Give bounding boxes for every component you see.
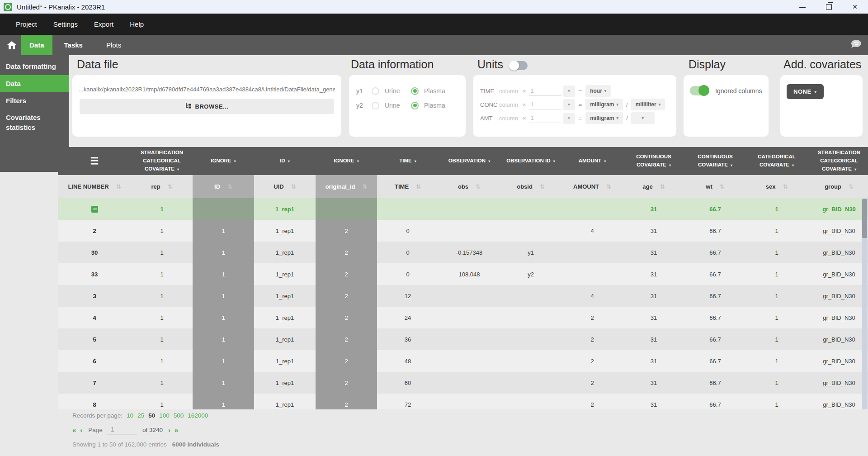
conc-denominator-unit-select[interactable]: milliliter▾ [631, 99, 665, 110]
table-menu-button[interactable]: ☰ [58, 147, 131, 175]
add-covariates-none-button[interactable]: NONE▾ [787, 84, 824, 99]
close-button[interactable]: ✕ [842, 0, 868, 14]
sort-icon[interactable]: ⇅ [660, 183, 665, 190]
column-role-header-original_id[interactable]: IGNORE ▾ [316, 147, 377, 175]
column-name-header-ID[interactable]: ID⇅ [193, 175, 254, 198]
page-number-input[interactable] [107, 425, 137, 435]
column-role-header-obs[interactable]: OBSERVATION ▾ [439, 147, 500, 175]
column-role-header-age[interactable]: CONTINUOUS COVARIATE ▾ [623, 147, 684, 175]
records-option-50[interactable]: 50 [148, 412, 155, 419]
sort-icon[interactable]: ⇅ [362, 183, 367, 190]
comment-bubble-icon[interactable] [850, 39, 862, 51]
column-name-header-original_id[interactable]: original_id⇅ [316, 175, 377, 198]
minimize-button[interactable]: — [789, 0, 816, 14]
table-row[interactable]: 11_rep13166.71gr_BID_N30 [58, 198, 868, 220]
tab-data[interactable]: Data [21, 35, 52, 55]
column-name-header-obs[interactable]: obs⇅ [439, 175, 500, 198]
column-name-header-TIME[interactable]: TIME⇅ [377, 175, 439, 198]
table-row[interactable]: 6111_rep124823166.71gr_BID_N30 [58, 350, 868, 372]
column-name-header-sex[interactable]: sex⇅ [746, 175, 807, 198]
sort-icon[interactable]: ⇅ [116, 183, 121, 190]
conc-multiplier-input[interactable]: 1 [529, 100, 561, 109]
first-page-icon[interactable]: « [72, 426, 76, 434]
collapse-row-icon[interactable] [91, 206, 98, 213]
sort-icon[interactable]: ⇅ [291, 183, 296, 190]
column-name-header-group[interactable]: group⇅ [807, 175, 868, 198]
menu-export[interactable]: Export [94, 20, 113, 28]
column-name-header-age[interactable]: age⇅ [623, 175, 684, 198]
time-multiplier-input[interactable]: 1 [529, 86, 561, 96]
amt-denominator-unit-select[interactable]: ▾ [631, 112, 655, 124]
records-option-500[interactable]: 500 [174, 412, 184, 419]
records-option-25[interactable]: 25 [137, 412, 144, 419]
previous-page-icon[interactable]: ‹ [80, 426, 82, 434]
y1-plasma-radio[interactable] [411, 87, 419, 95]
column-role-header-UID[interactable]: ID ▾ [254, 147, 316, 175]
amt-multiplier-dropdown[interactable]: ▾ [563, 113, 575, 124]
menu-settings[interactable]: Settings [53, 20, 78, 28]
scrollbar-thumb[interactable] [862, 199, 867, 238]
last-page-icon[interactable]: » [175, 426, 178, 434]
column-name-header-rep[interactable]: rep⇅ [131, 175, 193, 198]
sidebar-item-covariates-statistics[interactable]: Covariates statistics [0, 109, 51, 136]
records-option-162000[interactable]: 162000 [188, 412, 208, 419]
table-row[interactable]: 4111_rep122423166.71gr_BID_N30 [58, 307, 868, 328]
restore-button[interactable] [816, 0, 842, 14]
time-multiplier-dropdown[interactable]: ▾ [563, 86, 575, 97]
column-name-header-LINE NUMBER[interactable]: LINE NUMBER⇅ [58, 175, 131, 198]
amt-numerator-unit-select[interactable]: milligram▾ [585, 112, 623, 124]
sort-icon[interactable]: ⇅ [849, 183, 854, 190]
sidebar-item-data-formatting[interactable]: Data formatting [0, 58, 69, 75]
table-row[interactable]: 5111_rep123623166.71gr_BID_N30 [58, 328, 868, 350]
table-row[interactable]: 2111_rep12043166.71gr_BID_N30 [58, 220, 868, 242]
conc-numerator-unit-select[interactable]: milligram▾ [585, 99, 623, 110]
column-role-header-rep[interactable]: STRATIFICATION CATEGORICAL COVARIATE ▾ [131, 147, 193, 175]
sort-icon[interactable]: ⇅ [720, 183, 725, 190]
column-role-header-AMOUNT[interactable]: AMOUNT ▾ [561, 147, 623, 175]
tab-plots[interactable]: Plots [98, 35, 129, 55]
sort-icon[interactable]: ⇅ [416, 183, 421, 190]
units-toggle[interactable] [509, 61, 528, 70]
sort-icon[interactable]: ⇅ [476, 183, 481, 190]
y1-urine-radio[interactable] [372, 87, 379, 95]
time-unit-select[interactable]: hour▾ [585, 85, 611, 97]
column-role-header-wt[interactable]: CONTINUOUS COVARIATE ▾ [684, 147, 746, 175]
menu-project[interactable]: Project [16, 20, 37, 28]
column-role-header-sex[interactable]: CATEGORICAL COVARIATE ▾ [746, 147, 807, 175]
ignored-columns-toggle[interactable] [690, 86, 709, 95]
menu-help[interactable]: Help [130, 20, 144, 28]
tab-tasks[interactable]: Tasks [56, 35, 91, 55]
sidebar-item-data[interactable]: Data [0, 75, 69, 92]
column-role-header-ID[interactable]: IGNORE ▾ [193, 147, 254, 175]
sidebar-item-filters[interactable]: Filters [0, 92, 69, 109]
column-role-header-obsid[interactable]: OBSERVATION ID ▾ [500, 147, 561, 175]
sort-icon[interactable]: ⇅ [606, 183, 611, 190]
conc-column-select[interactable]: column [499, 101, 523, 108]
column-name-header-obsid[interactable]: obsid⇅ [500, 175, 561, 198]
sort-icon[interactable]: ⇅ [168, 183, 173, 190]
browse-button[interactable]: BROWSE... [80, 99, 334, 114]
sort-icon[interactable]: ⇅ [783, 183, 788, 190]
amt-multiplier-input[interactable]: 1 [529, 113, 561, 123]
records-option-10[interactable]: 10 [127, 412, 133, 419]
table-row[interactable]: 8111_rep127223166.71gr_BID_N30 [58, 394, 868, 409]
next-page-icon[interactable]: › [168, 426, 170, 434]
column-name-header-UID[interactable]: UID⇅ [254, 175, 316, 198]
table-row[interactable]: 33111_rep120108.048y23166.71gr_BID_N30 [58, 263, 868, 285]
vertical-scrollbar[interactable] [862, 198, 868, 409]
column-role-header-group[interactable]: STRATIFICATION CATEGORICAL COVARIATE ▾ [807, 147, 868, 175]
column-name-header-AMOUNT[interactable]: AMOUNT⇅ [561, 175, 623, 198]
time-column-select[interactable]: column [499, 88, 523, 95]
y2-plasma-radio[interactable] [411, 102, 419, 109]
sort-icon[interactable]: ⇅ [540, 183, 545, 190]
y2-urine-radio[interactable] [372, 102, 379, 109]
table-row[interactable]: 3111_rep121243166.71gr_BID_N30 [58, 285, 868, 307]
conc-multiplier-dropdown[interactable]: ▾ [563, 99, 575, 110]
amt-column-select[interactable]: column [499, 115, 523, 122]
table-row[interactable]: 30111_rep120-0.157348y13166.71gr_BID_N30 [58, 242, 868, 263]
column-name-header-wt[interactable]: wt⇅ [684, 175, 746, 198]
table-row[interactable]: 7111_rep126023166.71gr_BID_N30 [58, 372, 868, 394]
column-role-header-TIME[interactable]: TIME ▾ [377, 147, 439, 175]
sort-icon[interactable]: ⇅ [227, 183, 232, 190]
home-icon[interactable] [6, 41, 18, 49]
